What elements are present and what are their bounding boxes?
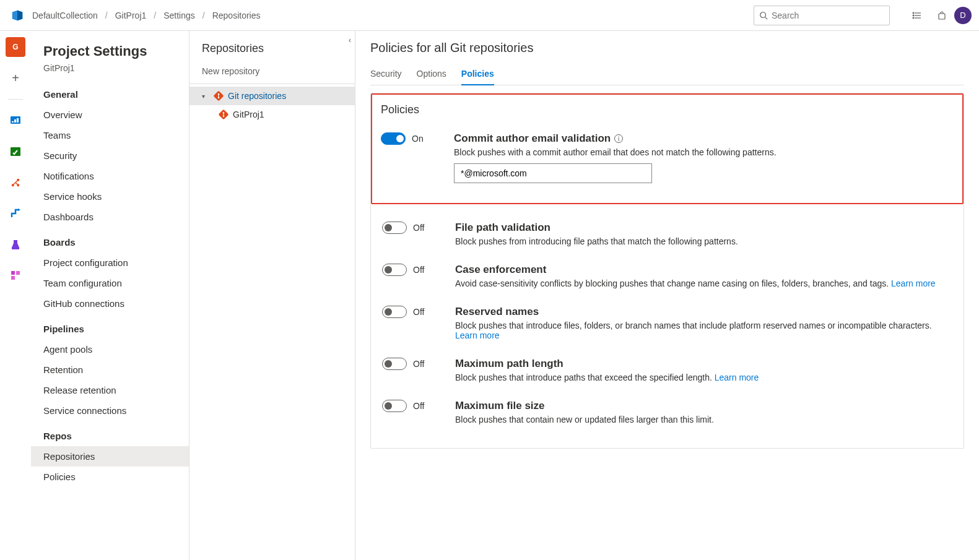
repositories-column: ‹ Repositories New repository ▾ Git repo… <box>189 31 355 560</box>
settings-subtitle: GitProj1 <box>31 59 189 83</box>
nav-link-overview[interactable]: Overview <box>31 105 189 125</box>
nav-link-security[interactable]: Security <box>31 145 189 166</box>
nav-link-policies[interactable]: Policies <box>31 467 189 487</box>
nav-link-agent-pools[interactable]: Agent pools <box>31 339 189 360</box>
policy-title: Maximum path length <box>455 358 952 370</box>
nav-link-service-hooks[interactable]: Service hooks <box>31 186 189 207</box>
toggle-filesize[interactable] <box>382 400 407 412</box>
shopping-bag-icon[interactable] <box>932 6 952 25</box>
breadcrumb-collection[interactable]: DefaultCollection <box>32 11 98 20</box>
nav-link-release-retention[interactable]: Release retention <box>31 380 189 400</box>
rail-add-button[interactable]: + <box>6 68 25 88</box>
toggle-pathlen[interactable] <box>382 358 407 370</box>
policy-row-case: OffCase enforcementAvoid case-sensitivit… <box>382 255 952 297</box>
policy-title: File path validation <box>455 222 952 234</box>
svg-rect-8 <box>939 14 945 19</box>
policy-description: Block pushes that contain new or updated… <box>455 415 952 424</box>
list-icon[interactable] <box>907 6 927 25</box>
nav-link-dashboards[interactable]: Dashboards <box>31 207 189 227</box>
policy-title: Maximum file size <box>455 400 952 412</box>
policy-description: Block pushes that introduce files, folde… <box>455 321 952 340</box>
icon-rail: G + <box>0 31 31 560</box>
new-repository-link[interactable]: New repository <box>189 59 355 84</box>
collapse-chevron-icon[interactable]: ‹ <box>349 36 351 45</box>
search-input[interactable] <box>772 11 884 20</box>
policy-input-email[interactable] <box>454 163 652 183</box>
learn-more-link[interactable]: Learn more <box>891 278 936 288</box>
toggle-email[interactable] <box>381 132 406 145</box>
repo-col-title: Repositories <box>189 42 355 59</box>
rail-overview-icon[interactable] <box>6 111 25 131</box>
rail-repos-icon[interactable] <box>6 173 25 192</box>
policies-heading: Policies <box>381 103 954 116</box>
rail-divider <box>8 99 23 100</box>
nav-section-head: Boards <box>31 231 189 252</box>
toggle-state-label: Off <box>413 223 424 233</box>
product-logo[interactable] <box>10 8 25 23</box>
svg-rect-20 <box>16 271 20 275</box>
nav-link-retention[interactable]: Retention <box>31 360 189 380</box>
avatar[interactable]: D <box>954 7 972 24</box>
rail-artifacts-icon[interactable] <box>6 265 25 285</box>
policy-row-pathlen: OffMaximum path lengthBlock pushes that … <box>382 349 952 391</box>
search-icon <box>759 11 768 20</box>
breadcrumb-repositories[interactable]: Repositories <box>212 11 261 20</box>
policy-description: Avoid case-sensitivity conflicts by bloc… <box>455 278 952 288</box>
page-title: Policies for all Git repositories <box>370 41 964 55</box>
breadcrumb-settings[interactable]: Settings <box>163 11 195 20</box>
main-content: Policies for all Git repositories Securi… <box>355 31 979 560</box>
breadcrumb: DefaultCollection / GitProj1 / Settings … <box>32 11 261 20</box>
git-icon <box>217 108 230 121</box>
tree-root-label: Git repositories <box>228 91 286 101</box>
tab-security[interactable]: Security <box>370 64 402 85</box>
settings-title: Project Settings <box>31 43 189 59</box>
policy-row-email: OnCommit author email validationiBlock p… <box>381 124 954 192</box>
rail-testplans-icon[interactable] <box>6 235 25 254</box>
toggle-state-label: On <box>412 134 424 144</box>
policy-row-reserved: OffReserved namesBlock pushes that intro… <box>382 297 952 349</box>
svg-rect-11 <box>14 119 16 123</box>
svg-rect-21 <box>11 276 15 280</box>
rail-boards-icon[interactable] <box>6 142 25 162</box>
svg-line-1 <box>765 17 768 19</box>
policy-title: Case enforcement <box>455 264 952 276</box>
nav-section-head: Repos <box>31 424 189 446</box>
nav-link-service-connections[interactable]: Service connections <box>31 400 189 421</box>
toggle-state-label: Off <box>413 401 424 411</box>
nav-link-github-connections[interactable]: GitHub connections <box>31 293 189 314</box>
svg-point-6 <box>913 15 914 16</box>
policy-description: Block pushes from introducing file paths… <box>455 236 952 246</box>
svg-rect-12 <box>17 118 19 123</box>
rail-pipelines-icon[interactable] <box>6 204 25 223</box>
search-box[interactable] <box>754 6 890 25</box>
nav-link-notifications[interactable]: Notifications <box>31 166 189 186</box>
info-icon[interactable]: i <box>614 134 623 143</box>
toggle-state-label: Off <box>413 359 424 369</box>
svg-rect-13 <box>11 147 20 156</box>
nav-link-teams[interactable]: Teams <box>31 125 189 145</box>
nav-section-head: Pipelines <box>31 317 189 339</box>
breadcrumb-project[interactable]: GitProj1 <box>115 11 147 20</box>
policy-row-filepath: OffFile path validationBlock pushes from… <box>382 213 952 255</box>
tree-item-gitproj1[interactable]: GitProj1 <box>189 105 355 124</box>
tab-options[interactable]: Options <box>417 64 446 85</box>
learn-more-link[interactable]: Learn more <box>455 330 500 340</box>
highlighted-policy-box: PoliciesOnCommit author email validation… <box>371 93 964 204</box>
nav-link-team-configuration[interactable]: Team configuration <box>31 273 189 293</box>
nav-link-repositories[interactable]: Repositories <box>31 446 189 467</box>
rail-project-tile[interactable]: G <box>6 37 25 57</box>
tree-root-git-repositories[interactable]: ▾ Git repositories <box>189 87 355 105</box>
toggle-filepath[interactable] <box>382 222 407 234</box>
svg-line-18 <box>15 183 17 184</box>
learn-more-link[interactable]: Learn more <box>715 373 759 382</box>
toggle-state-label: Off <box>413 307 424 317</box>
toggle-state-label: Off <box>413 265 424 275</box>
nav-link-project-configuration[interactable]: Project configuration <box>31 252 189 273</box>
toggle-reserved[interactable] <box>382 306 407 318</box>
tab-policies[interactable]: Policies <box>461 64 494 85</box>
policy-description: Block pushes with a commit author email … <box>454 147 954 157</box>
settings-nav: Project Settings GitProj1 GeneralOvervie… <box>31 31 189 560</box>
tree-item-label: GitProj1 <box>233 110 264 119</box>
toggle-case[interactable] <box>382 264 407 276</box>
nav-section-head: General <box>31 83 189 105</box>
